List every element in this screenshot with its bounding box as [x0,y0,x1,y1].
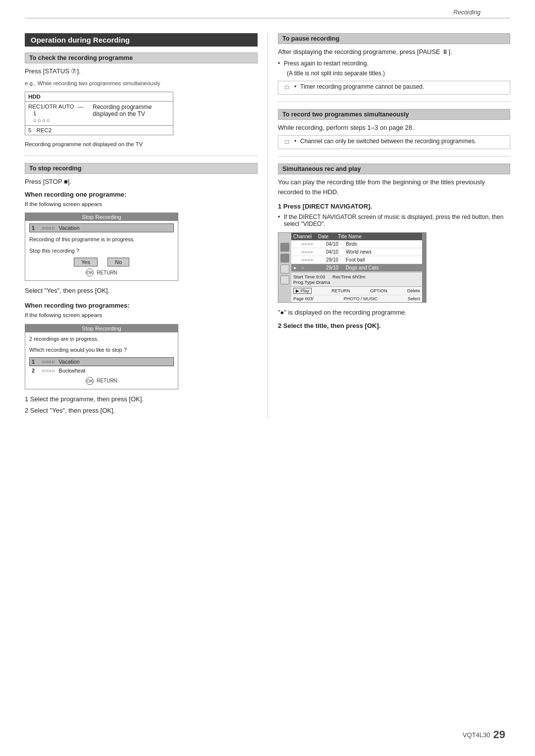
screen-two-text2: Which recording would you like to stop ? [29,346,174,354]
press-status-text: Press [STATUS ⑦]. [25,66,258,76]
nav-icon1 [280,243,289,252]
nav-footer-play: ▶ Play [293,288,312,294]
screen-body-text2: Stop this recording ? [29,247,174,255]
main-title-bar: Operation during Recording [25,33,258,47]
step2-sim: 2 Select the title, then press [OK]. [278,321,510,331]
page-footer: VQT4L30 29 [463,728,505,741]
simultaneous-header: Simultaneous rec and play [278,163,510,174]
page-number: 29 [493,728,505,741]
screen-footer-one: OK RETURN [29,267,174,278]
rec-displayed: "●" is displayed on the recording progra… [278,308,510,318]
info-icon-record-two: □ [282,138,291,145]
diagram-box: HDD REC1/OTR AUTO — 1 ○○○○ [25,92,173,135]
check-recording-header: To check the recording programme [25,53,258,63]
step1-two: 1 Select the programme, then press [OK]. [25,394,258,404]
pause-bullet1-sub: (A title is not split into separate titl… [278,69,510,78]
nav-footer-delete: Delete [407,288,420,293]
screen-body-one: 1 ○○○○ Vacation Recording of this progra… [25,221,178,280]
pause-recording-header: To pause recording [278,33,510,44]
nav-row-4: ● ○ 29/10 Dogs and Cats [291,264,422,272]
nav-detail: Start Time 9:00 RecTime 6h/3m Prog.Type … [291,272,422,286]
nav-row-3: ○○○○ 29/10 Foot ball [291,256,422,264]
nav-footer: ▶ Play RETURN OPTION Delete [291,286,422,295]
diagram-rec1: REC1/OTR AUTO — [28,104,88,109]
pause-recording-section: To pause recording After displaying the … [278,33,510,95]
screen-box-one: Stop Recording 1 ○○○○ Vacation Recording… [25,213,178,281]
not-displayed-text: Recording programme not displayed on the… [25,140,258,149]
nav-screen-content: Channel Date Title Name ○○○○ 04/10 Birds [278,233,426,302]
screen-title-one: Stop Recording [25,213,178,221]
eg-text: e.g., While recording two programmes sim… [25,79,258,88]
diagram-left: REC1/OTR AUTO — 1 ○○○○ [28,104,88,123]
when-one-sub: If the following screen appears [25,200,258,209]
nav-footer2: Page 003/ PHOTO / MUSIC Select [291,295,422,302]
stop-recording-section: To stop recording Press [STOP ■]. When r… [25,163,258,416]
stop-recording-header: To stop recording [25,163,258,174]
record-two-info-box: □ Channel can only be switched between t… [278,135,510,149]
screen-body-two: 2 recordings are in progress. Which reco… [25,332,178,389]
diagram-body: REC1/OTR AUTO — 1 ○○○○ Recording program… [25,102,173,125]
when-two-sub: If the following screen appears [25,311,258,320]
pause-bullet1: Press again to restart recording. [278,60,510,67]
record-two-note: Channel can only be switched between the… [294,138,477,145]
footer-model: VQT4L30 [463,731,490,739]
screen-footer-two: OK RETURN [29,375,174,386]
diagram-circles: ○○○○ [28,117,88,123]
pause-note-bullet: Timer recording programme cannot be paus… [294,83,424,90]
btn-yes[interactable]: Yes [74,258,98,267]
diagram-hdd-row: HDD [25,92,173,102]
left-column: Operation during Recording To check the … [25,33,268,419]
nav-row-1: ○○○○ 04/10 Birds [291,240,422,248]
step2-two: 2 Select "Yes", then press [OK]. [25,406,258,416]
press-stop-text: Press [STOP ■]. [25,177,258,187]
return-label: RETURN [97,270,117,275]
screen-row-two-1: 1 ○○○○ Vacation [29,357,174,366]
nav-icon2 [280,254,289,263]
when-one-header: When recording one programme: [25,190,258,200]
nav-icon4 [280,275,289,284]
check-recording-section: To check the recording programme Press [… [25,53,258,149]
screen-two-text1: 2 recordings are in progress. [29,335,174,343]
step1-sim: 1 Press [DIRECT NAVIGATOR]. [278,202,510,212]
btn-no[interactable]: No [107,258,129,267]
nav-icon-bar [278,233,291,302]
page-header: Recording [25,0,510,18]
screen-row-two-2: 2 ○○○○ Buckwheat [29,366,174,375]
diagram-rec2-row: 5 REC2 [25,125,173,135]
right-column: To pause recording After displaying the … [268,33,510,419]
screen-box-two: Stop Recording 2 recordings are in progr… [25,324,178,389]
select-yes-one: Select "Yes", then press [OK]. [25,286,258,296]
return-label-two: RETURN [97,378,117,383]
record-two-header: To record two programmes simultaneously [278,109,510,120]
step1-sim-bullet: If the DIRECT NAVIGATOR screen of music … [278,214,510,227]
screen-row-one: 1 ○○○○ Vacation [29,223,174,232]
pause-text1: After displaying the recording programme… [278,47,510,57]
info-icon-pause: □ [282,84,291,91]
diagram-right: Recording programme displayed on the TV [88,104,152,123]
record-two-section: To record two programmes simultaneously … [278,109,510,150]
nav-screen: Channel Date Title Name ○○○○ 04/10 Birds [278,232,427,303]
nav-footer-option: OPTION [370,288,387,293]
screen-body-text1: Recording of this programme is in progre… [29,235,174,244]
header-label: Recording [453,9,481,16]
simultaneous-text1: You can play the recording title from th… [278,177,510,197]
screen-title-two: Stop Recording [25,324,178,332]
nav-sidebar [422,233,426,302]
pause-info-box: □ Timer recording programme cannot be pa… [278,81,510,95]
diagram-num: 1 [28,110,88,116]
nav-row-2: ○○○○ 04/10 World news [291,248,422,256]
record-two-text: While recording, perform steps 1–3 on pa… [278,123,510,133]
ok-icon-two: OK [86,377,94,385]
nav-main-area: Channel Date Title Name ○○○○ 04/10 Birds [291,233,422,302]
nav-icon3 [280,265,289,273]
screen-buttons-one: Yes No [29,258,174,267]
ok-icon: OK [86,269,94,276]
nav-footer-return: RETURN [331,288,350,293]
simultaneous-section: Simultaneous rec and play You can play t… [278,163,510,331]
nav-header: Channel Date Title Name [291,233,422,240]
when-two-header: When recording two programmes: [25,301,258,311]
